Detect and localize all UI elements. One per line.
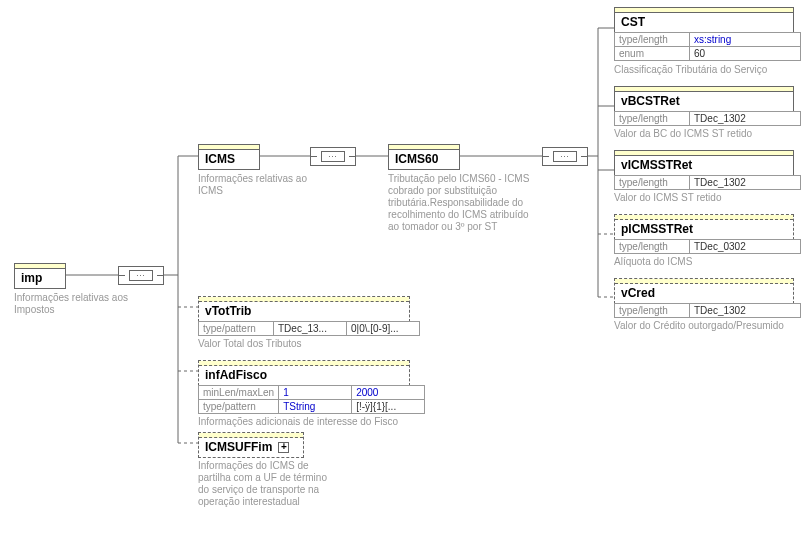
element-vtottrib-desc: Valor Total dos Tributos <box>198 338 398 350</box>
element-infadfisco[interactable]: infAdFisco minLen/maxLen12000 type/patte… <box>198 360 425 414</box>
element-cst-desc: Classificação Tributária do Serviço <box>614 64 794 76</box>
element-vicmsstret-label: vICMSSTRet <box>615 156 793 175</box>
element-imp-label: imp <box>15 269 65 288</box>
element-icmsuffim[interactable]: ICMSUFFim+ <box>198 432 304 458</box>
expand-icon[interactable]: + <box>278 442 289 453</box>
element-vcred-label: vCred <box>615 284 793 303</box>
element-vbcstret-desc: Valor da BC do ICMS ST retido <box>614 128 794 140</box>
element-picmsstret-label: pICMSSTRet <box>615 220 793 239</box>
element-vbcstret-label: vBCSTRet <box>615 92 793 111</box>
element-cst-label: CST <box>615 13 793 32</box>
element-icms60[interactable]: ICMS60 <box>388 144 460 170</box>
picmsstret-props: type/lengthTDec_0302 <box>614 239 801 254</box>
element-imp[interactable]: imp <box>14 263 66 289</box>
vcred-props: type/lengthTDec_1302 <box>614 303 801 318</box>
element-vtottrib-label: vTotTrib <box>199 302 409 321</box>
element-vbcstret[interactable]: vBCSTRet type/lengthTDec_1302 <box>614 86 801 126</box>
cst-props: type/lengthxs:string enum60 <box>614 32 801 61</box>
element-vcred-desc: Valor do Crédito outorgado/Presumido <box>614 320 804 332</box>
element-icms-label: ICMS <box>199 150 259 169</box>
element-imp-desc: Informações relativas aos Impostos <box>14 292 134 316</box>
element-picmsstret-desc: Alíquota do ICMS <box>614 256 794 268</box>
element-icms60-desc: Tributação pelo ICMS60 - ICMS cobrado po… <box>388 173 538 233</box>
element-icms60-label: ICMS60 <box>389 150 459 169</box>
vicmsstret-props: type/lengthTDec_1302 <box>614 175 801 190</box>
element-infadfisco-desc: Informações adicionais de interesse do F… <box>198 416 428 428</box>
element-cst[interactable]: CST type/lengthxs:string enum60 <box>614 7 801 61</box>
element-icms-desc: Informações relativas ao ICMS <box>198 173 328 197</box>
element-icmsuffim-label: ICMSUFFim <box>205 440 272 454</box>
element-vtottrib[interactable]: vTotTrib type/patternTDec_13...0|0\.[0-9… <box>198 296 420 336</box>
sequence-connector-1: ··· <box>118 266 164 285</box>
element-icmsuffim-desc: Informações do ICMS de partilha com a UF… <box>198 460 338 508</box>
vbcstret-props: type/lengthTDec_1302 <box>614 111 801 126</box>
element-vcred[interactable]: vCred type/lengthTDec_1302 <box>614 278 801 318</box>
element-icms[interactable]: ICMS <box>198 144 260 170</box>
infadfisco-props: minLen/maxLen12000 type/patternTString[!… <box>198 385 425 414</box>
element-infadfisco-label: infAdFisco <box>199 366 409 385</box>
element-vicmsstret-desc: Valor do ICMS ST retido <box>614 192 794 204</box>
element-picmsstret[interactable]: pICMSSTRet type/lengthTDec_0302 <box>614 214 801 254</box>
vtottrib-props: type/patternTDec_13...0|0\.[0-9]... <box>198 321 420 336</box>
sequence-connector-2: ··· <box>310 147 356 166</box>
element-vicmsstret[interactable]: vICMSSTRet type/lengthTDec_1302 <box>614 150 801 190</box>
sequence-connector-3: ··· <box>542 147 588 166</box>
